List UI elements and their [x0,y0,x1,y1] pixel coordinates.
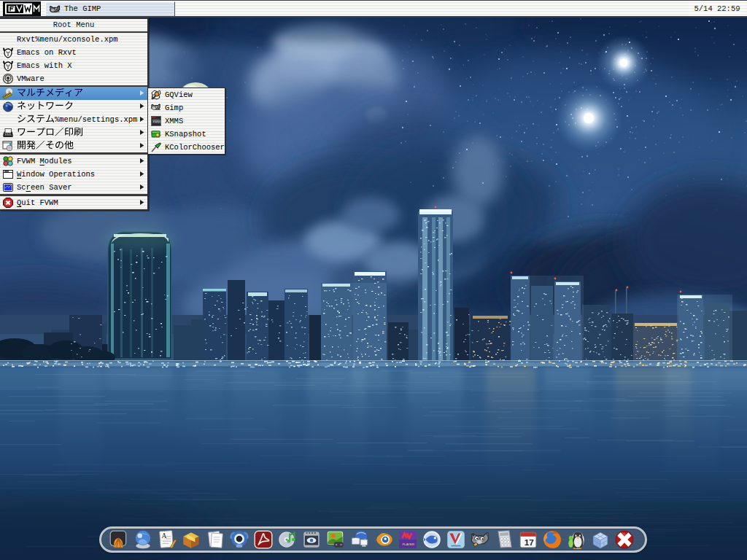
svg-text:A: A [162,532,167,540]
svg-text:XMMS: XMMS [152,120,162,124]
svg-text:PLAYER: PLAYER [403,542,415,546]
svg-text:17: 17 [525,537,535,547]
